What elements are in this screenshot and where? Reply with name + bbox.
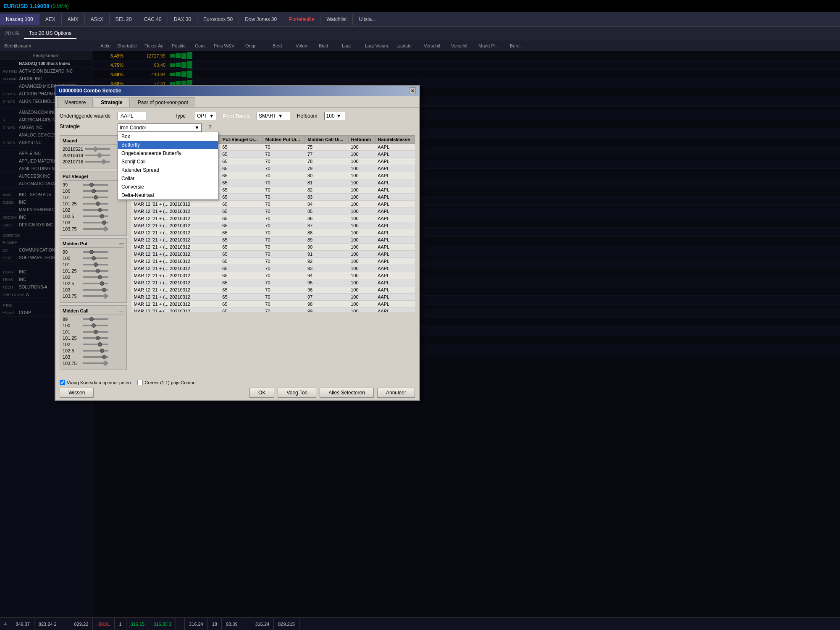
table-row[interactable]: MAR 12 '21 + (... 20210312657099100AAPL (131, 308, 415, 312)
options-cell-3: 92 (305, 258, 348, 265)
midden-call-slider-8[interactable] (83, 362, 108, 364)
table-row[interactable]: MAR 12 '21 + (... 20210312657087100AAPL (131, 222, 415, 229)
strategy-help-icon[interactable]: ? (208, 123, 212, 130)
strategy-option-collar[interactable]: Collar (118, 174, 218, 183)
put-vleugel-slider-1[interactable] (83, 184, 108, 186)
table-row[interactable]: MAR 12 '21 + (... 20210312657098100AAPL (131, 301, 415, 308)
table-row[interactable]: MAR 12 '21 + (... 20210312657085100AAPL (131, 208, 415, 215)
strategy-select[interactable]: Iron Condor ▼ (118, 123, 202, 132)
tab-ascx[interactable]: AScX (85, 14, 110, 25)
strategy-option-conversie[interactable]: Conversie (118, 183, 218, 191)
col-header-midden-call[interactable]: Midden Call Ui... (305, 136, 348, 144)
options-cell-5: AAPL (375, 194, 415, 201)
header-bied: Bied (273, 43, 296, 48)
midden-put-expand-icon[interactable]: — (119, 241, 124, 246)
modal-tab-meerdere[interactable]: Meerdere (57, 97, 93, 107)
midden-put-slider-2[interactable] (83, 257, 108, 259)
put-vleugel-slider-8[interactable] (83, 228, 108, 230)
midden-call-slider-7[interactable] (83, 356, 108, 358)
midden-put-slider-1[interactable] (83, 251, 108, 253)
put-vleugel-slider-4[interactable] (83, 203, 108, 205)
hefboom-select[interactable]: 100 ▼ (324, 112, 345, 120)
strategy-option-schrijf-call[interactable]: Schrijf Call (118, 158, 218, 166)
annuleer-button[interactable]: Annuleer (377, 388, 415, 398)
col-header-hefboom[interactable]: Hefboom (348, 136, 375, 144)
strategy-option-box[interactable]: Box (118, 132, 218, 141)
tab-cac40[interactable]: CAC 40 (138, 14, 168, 25)
strategy-option-delta-neutraal[interactable]: Delta-Neutraal (118, 191, 218, 200)
midden-call-slider-2[interactable] (83, 325, 108, 326)
secondary-tab-20us[interactable]: 20 US (0, 29, 24, 39)
tab-eurostoxx50[interactable]: Eurostoxx 50 (197, 14, 239, 25)
underlying-input[interactable] (118, 112, 147, 120)
strategy-option-ongebalanceerde[interactable]: Ongebalanceerde Butterfly (118, 149, 218, 158)
table-row[interactable]: MAR 12 '21 + (... 20210312657095100AAPL (131, 279, 415, 286)
poot-select[interactable]: SMART ▼ (257, 112, 290, 120)
tab-portefeuille[interactable]: Portefeuille (283, 14, 320, 25)
maand-slider-3[interactable] (85, 161, 110, 163)
midden-call-slider-6[interactable] (83, 350, 108, 352)
midden-put-slider-3[interactable] (83, 264, 108, 265)
table-row[interactable]: MAR 12 '21 + (... 20210312657090100AAPL (131, 244, 415, 251)
table-row[interactable]: MAR 12 '21 + (... 20210312657088100AAPL (131, 229, 415, 236)
table-row[interactable]: MAR 12 '21 + (... 20210312657093100AAPL (131, 265, 415, 272)
table-row[interactable]: MAR 12 '21 + (... 20210312657097100AAPL (131, 294, 415, 301)
strategy-option-butterfly[interactable]: Butterfly (118, 141, 218, 149)
maand-slider-2[interactable] (85, 155, 110, 156)
secondary-tab-top20us[interactable]: Top 20 US Options (24, 28, 76, 39)
tab-dowjones30[interactable]: Dow Jones 30 (239, 14, 283, 25)
checkbox1-input[interactable] (60, 380, 65, 385)
midden-put-slider-4[interactable] (83, 270, 108, 272)
midden-call-slider-3[interactable] (83, 331, 108, 333)
type-select[interactable]: OPT ▼ (195, 112, 216, 120)
tab-uitstaande[interactable]: Uitsta... (353, 14, 382, 25)
options-cell-2: 70 (262, 158, 305, 165)
options-cell-4: 100 (348, 215, 375, 222)
modal-close-button[interactable]: ✕ (409, 87, 416, 94)
voeg-toe-button[interactable]: Voeg Toe (278, 388, 316, 398)
tab-aex[interactable]: AEX (39, 14, 62, 25)
table-row[interactable]: MAR 12 '21 + (... 20210312657096100AAPL (131, 286, 415, 294)
alles-selecteren-button[interactable]: Alles Selecteren (320, 388, 374, 398)
midden-call-expand-icon[interactable]: — (119, 308, 124, 313)
table-row[interactable]: MAR 12 '21 + (... 20210312657086100AAPL (131, 215, 415, 222)
tab-bel20[interactable]: BEL 20 (110, 14, 138, 25)
table-row[interactable]: MAR 12 '21 + (... 20210312657091100AAPL (131, 251, 415, 258)
put-vleugel-slider-5[interactable] (83, 209, 108, 211)
col-header-midden-put[interactable]: Midden Put Ui... (262, 136, 305, 144)
modal-tab-paar[interactable]: Paar of poot-voor-poot (131, 97, 195, 107)
col-header-put-vleugel[interactable]: Put-Vleugel Ui... (220, 136, 262, 144)
table-row[interactable]: MAR 12 '21 + (... 20210312657089100AAPL (131, 236, 415, 244)
tab-dax30[interactable]: DAX 30 (168, 14, 197, 25)
put-vleugel-slider-2[interactable] (83, 190, 108, 192)
midden-call-slider-5[interactable] (83, 344, 108, 345)
options-cell-0: MAR 12 '21 + (... 20210312 (131, 258, 220, 265)
tab-nasdaq100[interactable]: Nasdaq 100 (0, 14, 39, 25)
maand-slider-1[interactable] (85, 148, 110, 150)
wissen-button[interactable]: Wissen (60, 388, 94, 398)
table-row[interactable]: MAR 12 '21 + (... 20210312657092100AAPL (131, 258, 415, 265)
midden-call-slider-4[interactable] (83, 337, 108, 339)
col-header-handelsklasse[interactable]: Handelsklasse (375, 136, 415, 144)
put-vleugel-slider-7[interactable] (83, 222, 108, 223)
midden-put-slider-6[interactable] (83, 283, 108, 284)
midden-call-slider-1[interactable] (83, 318, 108, 320)
tab-amx[interactable]: AMX (62, 14, 85, 25)
options-cell-1: 65 (220, 244, 262, 251)
options-cell-2: 70 (262, 286, 305, 294)
midden-put-slider-8[interactable] (83, 295, 108, 297)
modal-tab-strategie[interactable]: Strategie (94, 97, 129, 107)
options-cell-4: 100 (348, 194, 375, 201)
put-vleugel-slider-6[interactable] (83, 215, 108, 217)
put-vleugel-slider-3[interactable] (83, 197, 108, 198)
midden-put-slider-7[interactable] (83, 289, 108, 291)
strategy-option-kalender-spread[interactable]: Kalender Spread (118, 166, 218, 174)
midden-put-slider-5[interactable] (83, 276, 108, 278)
tab-watchlist[interactable]: Watchlist (320, 14, 353, 25)
options-cell-2: 70 (262, 308, 305, 312)
table-row[interactable]: MAR 12 '21 + (... 20210312657084100AAPL (131, 201, 415, 208)
table-row[interactable]: MAR 12 '21 + (... 20210312657094100AAPL (131, 272, 415, 279)
checkbox2-input[interactable] (137, 380, 143, 385)
ok-button[interactable]: OK (249, 388, 274, 398)
options-cell-0: MAR 12 '21 + (... 20210312 (131, 301, 220, 308)
